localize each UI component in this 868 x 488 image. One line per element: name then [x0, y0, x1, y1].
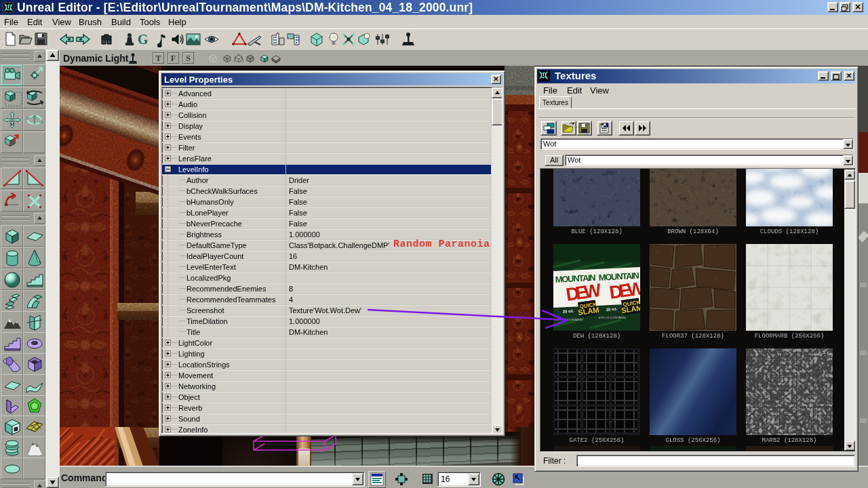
svg-text:10 FL OZ (CONTAINS): 10 FL OZ (CONTAINS) [555, 318, 583, 321]
svg-text:G: G [138, 32, 149, 47]
svg-text:10 FL OZ (CONTAINS): 10 FL OZ (CONTAINS) [598, 316, 627, 319]
